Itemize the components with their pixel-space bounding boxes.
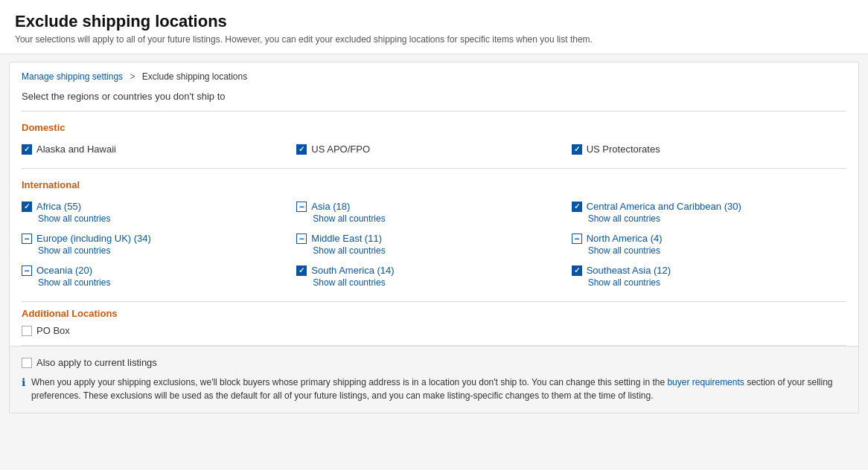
- label-oceania[interactable]: Oceania (20): [36, 265, 92, 276]
- checkbox-apply-current[interactable]: [22, 358, 32, 368]
- domestic-title: Domestic: [10, 112, 858, 139]
- international-grid: Africa (55) Show all countries Asia (18)…: [10, 196, 858, 301]
- apply-current-row: Also apply to current listings: [22, 357, 846, 368]
- label-middle-east[interactable]: Middle East (11): [311, 233, 382, 244]
- checkbox-po-box[interactable]: [22, 326, 32, 336]
- label-europe[interactable]: Europe (including UK) (34): [36, 233, 151, 244]
- show-all-southeast-asia[interactable]: Show all countries: [588, 277, 840, 288]
- label-us-apo-fpo[interactable]: US APO/FPO: [311, 144, 370, 155]
- domestic-section: Domestic Alaska and Hawaii US APO/FPO US…: [10, 112, 858, 168]
- intl-item-north-america: North America (4) Show all countries: [572, 228, 846, 260]
- checkbox-central-america[interactable]: [572, 202, 582, 212]
- label-asia[interactable]: Asia (18): [311, 201, 350, 212]
- domestic-item-apo: US APO/FPO: [296, 139, 571, 159]
- label-africa[interactable]: Africa (55): [36, 201, 81, 212]
- checkbox-asia[interactable]: [296, 202, 307, 212]
- info-text: When you apply your shipping exclusions,…: [31, 376, 846, 402]
- intl-item-central-america: Central America and Caribbean (30) Show …: [572, 196, 846, 228]
- intl-item-south-america: South America (14) Show all countries: [296, 260, 571, 292]
- domestic-item-protectorates: US Protectorates: [572, 139, 846, 159]
- checkbox-north-america[interactable]: [572, 234, 582, 244]
- page-header: Exclude shipping locations Your selectio…: [0, 0, 868, 54]
- show-all-south-america[interactable]: Show all countries: [313, 277, 565, 288]
- intl-item-middle-east: Middle East (11) Show all countries: [296, 228, 571, 260]
- checkbox-south-america[interactable]: [296, 265, 307, 276]
- label-north-america[interactable]: North America (4): [587, 233, 663, 244]
- label-apply-current[interactable]: Also apply to current listings: [36, 357, 157, 368]
- info-box: ℹ When you apply your shipping exclusion…: [22, 376, 846, 402]
- show-all-central-america[interactable]: Show all countries: [588, 213, 840, 224]
- checkbox-us-protectorates[interactable]: [572, 144, 582, 155]
- info-text-before: When you apply your shipping exclusions,…: [31, 377, 667, 387]
- checkbox-alaska-hawaii[interactable]: [22, 144, 32, 155]
- show-all-oceania[interactable]: Show all countries: [38, 277, 290, 288]
- show-all-africa[interactable]: Show all countries: [38, 213, 290, 224]
- intl-item-europe: Europe (including UK) (34) Show all coun…: [22, 228, 296, 260]
- intl-item-asia: Asia (18) Show all countries: [296, 196, 571, 228]
- checkbox-oceania[interactable]: [22, 265, 32, 276]
- label-alaska-hawaii[interactable]: Alaska and Hawaii: [36, 144, 116, 155]
- breadcrumb: Manage shipping settings > Exclude shipp…: [10, 62, 858, 88]
- international-section: International Africa (55) Show all count…: [10, 169, 858, 301]
- checkbox-europe[interactable]: [22, 234, 32, 244]
- additional-title: Additional Locations: [22, 308, 846, 319]
- checkbox-southeast-asia[interactable]: [572, 265, 582, 276]
- breadcrumb-current: Exclude shipping locations: [142, 71, 247, 82]
- intl-item-africa: Africa (55) Show all countries: [22, 196, 296, 228]
- info-icon: ℹ: [22, 376, 25, 388]
- checkbox-us-apo-fpo[interactable]: [296, 144, 307, 155]
- show-all-middle-east[interactable]: Show all countries: [313, 245, 565, 256]
- po-box-row: PO Box: [22, 325, 846, 336]
- breadcrumb-parent-link[interactable]: Manage shipping settings: [22, 71, 123, 82]
- show-all-asia[interactable]: Show all countries: [313, 213, 565, 224]
- breadcrumb-separator: >: [130, 71, 135, 82]
- intl-item-oceania: Oceania (20) Show all countries: [22, 260, 296, 292]
- show-all-north-america[interactable]: Show all countries: [588, 245, 840, 256]
- label-central-america[interactable]: Central America and Caribbean (30): [587, 201, 741, 212]
- buyer-requirements-link[interactable]: buyer requirements: [667, 377, 744, 387]
- domestic-grid: Alaska and Hawaii US APO/FPO US Protecto…: [10, 139, 858, 168]
- checkbox-africa[interactable]: [22, 202, 32, 212]
- intl-item-southeast-asia: Southeast Asia (12) Show all countries: [572, 260, 846, 292]
- page-subtitle: Your selections will apply to all of you…: [15, 34, 853, 45]
- domestic-item-alaska: Alaska and Hawaii: [22, 139, 296, 159]
- main-container: Manage shipping settings > Exclude shipp…: [9, 62, 859, 413]
- section-intro: Select the regions or countries you don'…: [10, 88, 858, 111]
- page-title: Exclude shipping locations: [15, 12, 853, 31]
- label-us-protectorates[interactable]: US Protectorates: [587, 144, 660, 155]
- label-southeast-asia[interactable]: Southeast Asia (12): [587, 265, 671, 276]
- show-all-europe[interactable]: Show all countries: [38, 245, 290, 256]
- checkbox-middle-east[interactable]: [296, 234, 307, 244]
- label-po-box[interactable]: PO Box: [36, 325, 70, 336]
- bottom-section: Also apply to current listings ℹ When yo…: [10, 346, 858, 413]
- international-title: International: [10, 169, 858, 196]
- additional-section: Additional Locations PO Box: [10, 302, 858, 345]
- label-south-america[interactable]: South America (14): [311, 265, 394, 276]
